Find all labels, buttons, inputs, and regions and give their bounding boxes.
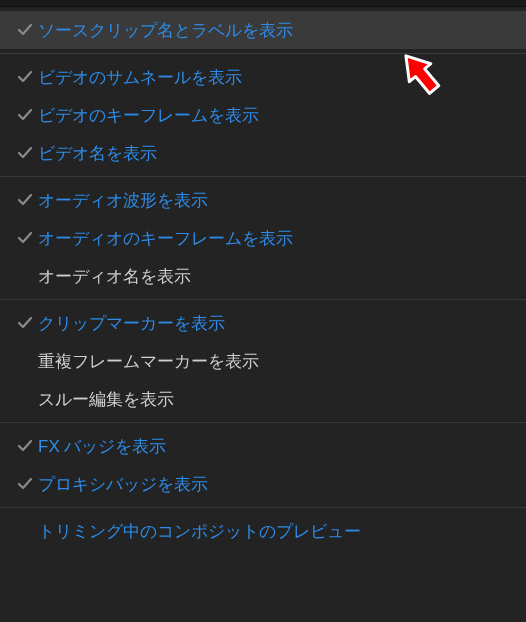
menu-item-label: プロキシバッジを表示 — [38, 473, 208, 496]
check-icon — [12, 230, 38, 246]
menu-separator — [0, 299, 526, 300]
timeline-display-settings-menu: ソースクリップ名とラベルを表示ビデオのサムネールを表示ビデオのキーフレームを表示… — [0, 7, 526, 622]
menu-item-video-keyframes[interactable]: ビデオのキーフレームを表示 — [0, 96, 526, 134]
menu-item-duplicate-frame-markers[interactable]: 重複フレームマーカーを表示 — [0, 342, 526, 380]
check-icon — [12, 391, 38, 407]
check-icon — [12, 476, 38, 492]
check-icon — [12, 315, 38, 331]
menu-item-audio-names[interactable]: オーディオ名を表示 — [0, 257, 526, 295]
menu-item-video-names[interactable]: ビデオ名を表示 — [0, 134, 526, 172]
menu-item-clip-markers[interactable]: クリップマーカーを表示 — [0, 304, 526, 342]
menu-item-proxy-badges[interactable]: プロキシバッジを表示 — [0, 465, 526, 503]
menu-item-audio-waveform[interactable]: オーディオ波形を表示 — [0, 181, 526, 219]
menu-item-label: 重複フレームマーカーを表示 — [38, 350, 259, 373]
check-icon — [12, 353, 38, 369]
menu-item-label: オーディオ波形を表示 — [38, 189, 208, 212]
menu-item-audio-keyframes[interactable]: オーディオのキーフレームを表示 — [0, 219, 526, 257]
check-icon — [12, 523, 38, 539]
check-icon — [12, 69, 38, 85]
check-icon — [12, 22, 38, 38]
menu-item-video-thumbnails[interactable]: ビデオのサムネールを表示 — [0, 58, 526, 96]
check-icon — [12, 192, 38, 208]
menu-item-label: オーディオ名を表示 — [38, 265, 191, 288]
menu-separator — [0, 507, 526, 508]
menu-item-label: FX バッジを表示 — [38, 435, 166, 458]
check-icon — [12, 107, 38, 123]
check-icon — [12, 145, 38, 161]
menu-item-source-clip-name-label[interactable]: ソースクリップ名とラベルを表示 — [0, 11, 526, 49]
menu-item-label: トリミング中のコンポジットのプレビュー — [38, 520, 361, 543]
menu-item-label: ソースクリップ名とラベルを表示 — [38, 19, 293, 42]
window-top-strip — [0, 0, 526, 7]
menu-item-label: スルー編集を表示 — [38, 388, 174, 411]
menu-item-label: ビデオのキーフレームを表示 — [38, 104, 259, 127]
menu-item-label: クリップマーカーを表示 — [38, 312, 225, 335]
menu-item-through-edits[interactable]: スルー編集を表示 — [0, 380, 526, 418]
menu-item-composite-preview-trim[interactable]: トリミング中のコンポジットのプレビュー — [0, 512, 526, 550]
menu-item-label: オーディオのキーフレームを表示 — [38, 227, 293, 250]
menu-separator — [0, 422, 526, 423]
menu-item-label: ビデオ名を表示 — [38, 142, 157, 165]
menu-item-fx-badges[interactable]: FX バッジを表示 — [0, 427, 526, 465]
menu-separator — [0, 176, 526, 177]
check-icon — [12, 268, 38, 284]
menu-item-label: ビデオのサムネールを表示 — [38, 66, 242, 89]
check-icon — [12, 438, 38, 454]
menu-separator — [0, 53, 526, 54]
